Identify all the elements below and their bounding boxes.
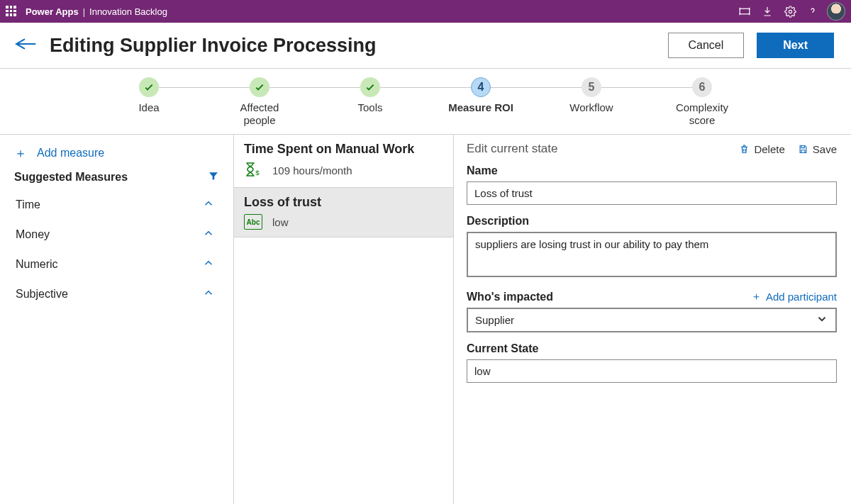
name-label: Name xyxy=(467,164,837,177)
waffle-icon[interactable] xyxy=(6,6,17,17)
step-label: Tools xyxy=(357,101,382,114)
breadcrumb-page[interactable]: Innovation Backlog xyxy=(89,6,167,17)
category-label: Numeric xyxy=(16,258,58,271)
step-label: Complexity score xyxy=(669,101,735,127)
add-participant-label: Add participant xyxy=(766,291,837,303)
measure-title: Loss of trust xyxy=(244,195,443,210)
step-connector xyxy=(491,87,582,88)
add-participant-button[interactable]: ＋ Add participant xyxy=(751,290,837,303)
step-connector xyxy=(380,87,471,88)
suggested-measures-heading: Suggested Measures xyxy=(14,171,128,184)
step-label: Affected people xyxy=(227,101,292,127)
step-label: Measure ROI xyxy=(448,101,513,114)
edit-panel-title: Edit current state xyxy=(467,142,726,156)
cancel-button[interactable]: Cancel xyxy=(668,33,745,58)
step-connector xyxy=(601,87,692,88)
plus-icon: ＋ xyxy=(14,145,27,162)
chevron-up-icon xyxy=(202,197,215,213)
save-icon xyxy=(798,144,808,155)
trash-icon xyxy=(739,144,750,155)
back-button[interactable] xyxy=(13,35,37,55)
step-circle-icon xyxy=(139,77,159,97)
impacted-label: Who's impacted xyxy=(467,291,553,303)
abc-icon: Abc xyxy=(244,214,262,230)
download-icon[interactable] xyxy=(756,0,779,23)
description-input[interactable] xyxy=(467,232,837,277)
step-circle-icon: 6 xyxy=(692,77,712,97)
next-button[interactable]: Next xyxy=(757,33,834,58)
topbar-separator: | xyxy=(83,6,85,17)
step-connector xyxy=(159,87,250,88)
current-state-label: Current State xyxy=(467,342,837,355)
impacted-select[interactable] xyxy=(467,308,837,332)
chevron-up-icon xyxy=(202,286,215,302)
svg-point-1 xyxy=(789,10,791,13)
current-state-input[interactable] xyxy=(467,359,837,383)
step-circle-icon: 5 xyxy=(582,77,601,97)
category-numeric[interactable]: Numeric xyxy=(0,250,233,279)
step-6[interactable]: 6Complexity score xyxy=(669,77,735,127)
avatar[interactable] xyxy=(827,2,845,21)
step-circle-icon: 4 xyxy=(471,77,491,97)
global-top-bar: Power Apps | Innovation Backlog xyxy=(0,0,851,23)
category-label: Subjective xyxy=(16,288,68,301)
category-label: Time xyxy=(16,198,40,211)
step-label: Idea xyxy=(138,101,159,114)
description-label: Description xyxy=(467,215,837,228)
measure-title: Time Spent on Manual Work xyxy=(244,142,443,157)
save-label: Save xyxy=(813,143,837,155)
fit-icon[interactable] xyxy=(733,0,756,23)
step-circle-icon xyxy=(250,77,269,97)
chevron-up-icon xyxy=(202,227,215,242)
name-input[interactable] xyxy=(467,181,837,205)
step-1[interactable]: Idea xyxy=(116,77,182,127)
edit-measure-panel: Edit current state Delete Save Name Desc… xyxy=(454,135,851,504)
progress-stepper: IdeaAffected peopleTools4Measure ROI5Wor… xyxy=(0,69,851,135)
page-header: Editing Supplier Invoice Processing Canc… xyxy=(0,23,851,69)
help-icon[interactable] xyxy=(801,0,824,23)
step-4[interactable]: 4Measure ROI xyxy=(448,77,513,127)
step-2[interactable]: Affected people xyxy=(227,77,292,127)
step-circle-icon xyxy=(360,77,380,97)
category-subjective[interactable]: Subjective xyxy=(0,279,233,309)
measure-value: 109 hours/month xyxy=(272,164,352,177)
plus-icon: ＋ xyxy=(751,290,762,303)
measure-value: low xyxy=(272,216,289,228)
save-button[interactable]: Save xyxy=(798,143,837,155)
category-time[interactable]: Time xyxy=(0,190,233,220)
measure-card[interactable]: Loss of trustAbclow xyxy=(234,188,453,237)
measures-sidebar: ＋ Add measure Suggested Measures TimeMon… xyxy=(0,135,234,504)
filter-icon[interactable] xyxy=(208,170,219,184)
chevron-up-icon xyxy=(202,257,215,272)
step-label: Workflow xyxy=(569,101,613,114)
step-5[interactable]: 5Workflow xyxy=(559,77,624,127)
svg-text:$: $ xyxy=(255,169,260,177)
add-measure-label: Add measure xyxy=(37,147,104,159)
delete-label: Delete xyxy=(754,143,784,155)
measures-list: Time Spent on Manual Work$109 hours/mont… xyxy=(234,135,454,504)
step-3[interactable]: Tools xyxy=(338,77,403,127)
add-measure-button[interactable]: ＋ Add measure xyxy=(0,139,233,167)
gear-icon[interactable] xyxy=(779,0,801,23)
page-title: Editing Supplier Invoice Processing xyxy=(50,35,655,57)
hourglass-money-icon: $ xyxy=(244,161,262,180)
category-money[interactable]: Money xyxy=(0,220,233,250)
category-label: Money xyxy=(16,228,50,241)
step-connector xyxy=(269,87,360,88)
delete-button[interactable]: Delete xyxy=(739,143,784,155)
measure-card[interactable]: Time Spent on Manual Work$109 hours/mont… xyxy=(234,135,453,188)
app-name[interactable]: Power Apps xyxy=(26,6,79,17)
svg-rect-0 xyxy=(740,9,750,14)
